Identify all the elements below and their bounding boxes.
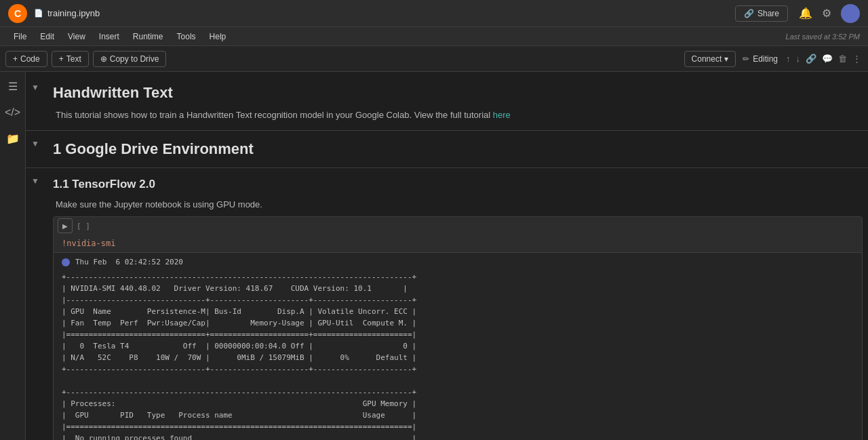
colab-logo: C xyxy=(8,4,27,23)
menu-runtime[interactable]: Runtime xyxy=(127,30,169,43)
cell-toolbar-actions: ↑ ↓ 🔗 💬 🗑 ⋮ xyxy=(785,52,863,65)
top-bar: C 📄 training.ipynb 🔗 Share 🔔 ⚙ xyxy=(0,0,868,27)
connect-chevron-icon: ▾ xyxy=(724,54,728,64)
nvidia-smi-timestamp-line: Thu Feb 6 02:42:52 2020 xyxy=(62,257,854,268)
toolbar-left: + Code + Text ⊕ Copy to Drive xyxy=(5,51,166,67)
output-spinner-1 xyxy=(62,258,70,266)
run-nvidia-smi-button[interactable]: ▶ xyxy=(58,218,73,233)
gpu-mode-text-cell: Make sure the Jupyter notebook is using … xyxy=(47,195,868,214)
editing-badge: ✏ Editing xyxy=(743,54,778,64)
sidebar-files-icon[interactable]: 📁 xyxy=(3,129,22,148)
editing-label: Editing xyxy=(753,54,778,64)
main-layout: ☰ </> 📁 ▼ Handwritten Text This tutorial… xyxy=(0,72,868,440)
nvidia-smi-code[interactable]: !nvidia-smi xyxy=(54,235,862,252)
plus-icon: + xyxy=(13,54,18,64)
section-tensorflow: ▼ 1.1 TensorFlow 2.0 Make sure the Jupyt… xyxy=(26,171,868,441)
menu-bar: File Edit View Insert Runtime Tools Help… xyxy=(0,27,868,46)
section-handwritten-title: Handwritten Text xyxy=(53,84,173,102)
move-down-icon[interactable]: ↓ xyxy=(795,52,802,65)
user-avatar[interactable] xyxy=(841,4,860,23)
file-icon: 📄 xyxy=(34,9,43,18)
collapse-tf-icon[interactable]: ▼ xyxy=(31,176,39,186)
more-cell-icon[interactable]: ⋮ xyxy=(851,52,863,65)
here-link[interactable]: here xyxy=(493,110,511,120)
section-gdrive-title: 1 Google Drive Environment xyxy=(53,140,254,158)
divider-2 xyxy=(26,167,868,168)
nvidia-smi-text: +---------------------------------------… xyxy=(62,268,854,441)
menu-insert[interactable]: Insert xyxy=(94,30,125,43)
notebook-content[interactable]: ▼ Handwritten Text This tutorial shows h… xyxy=(26,72,868,440)
add-text-button[interactable]: + Text xyxy=(52,51,89,67)
section-tf-title: 1.1 TensorFlow 2.0 xyxy=(53,178,155,191)
nvidia-smi-cell-wrapper: ▶ [ ] !nvidia-smi Thu Feb 6 02:42:52 202… xyxy=(47,216,868,440)
section-handwritten-heading: Handwritten Text xyxy=(47,80,868,106)
menu-file[interactable]: File xyxy=(8,30,32,43)
handwritten-description: This tutorial shows how to train a Handw… xyxy=(56,110,493,120)
notifications-icon[interactable]: 🔔 xyxy=(799,7,812,20)
handwritten-text-cell: This tutorial shows how to train a Handw… xyxy=(47,106,868,125)
move-up-icon[interactable]: ↑ xyxy=(785,52,792,65)
section-handwritten-text: ▼ Handwritten Text This tutorial shows h… xyxy=(26,77,868,127)
collapse-handwritten-icon[interactable]: ▼ xyxy=(31,83,39,92)
section-tf-heading: 1.1 TensorFlow 2.0 xyxy=(47,174,868,195)
connect-button[interactable]: Connect ▾ xyxy=(684,51,736,67)
menu-help[interactable]: Help xyxy=(204,30,232,43)
nvidia-smi-output: Thu Feb 6 02:42:52 2020 +---------------… xyxy=(54,252,862,440)
share-label: Share xyxy=(757,9,779,18)
nvidia-smi-cell-header: ▶ [ ] xyxy=(54,217,862,235)
menu-edit[interactable]: Edit xyxy=(35,30,60,43)
section-gdrive-heading: 1 Google Drive Environment xyxy=(47,136,868,162)
pencil-icon: ✏ xyxy=(743,54,749,64)
copy-icon: ⊕ xyxy=(100,54,107,64)
section-google-drive: ▼ 1 Google Drive Environment xyxy=(26,134,868,165)
delete-cell-icon[interactable]: 🗑 xyxy=(837,52,848,65)
text-plus-icon: + xyxy=(59,54,64,64)
add-code-button[interactable]: + Code xyxy=(5,51,47,67)
gpu-mode-description: Make sure the Jupyter notebook is using … xyxy=(56,199,262,209)
sidebar-menu-icon[interactable]: ☰ xyxy=(5,77,20,96)
divider-1 xyxy=(26,130,868,131)
notebook-name: training.ipynb xyxy=(47,8,100,18)
run-indicator-nvidia-smi: [ ] xyxy=(77,222,90,231)
share-link-icon: 🔗 xyxy=(744,9,754,18)
nvidia-smi-cell: ▶ [ ] !nvidia-smi Thu Feb 6 02:42:52 202… xyxy=(53,216,863,440)
share-button[interactable]: 🔗 Share xyxy=(735,5,788,22)
text-label: Text xyxy=(66,54,81,64)
link-cell-icon[interactable]: 🔗 xyxy=(804,52,818,65)
comment-cell-icon[interactable]: 💬 xyxy=(821,52,834,65)
nvidia-smi-timestamp: Thu Feb 6 02:42:52 2020 xyxy=(75,257,183,268)
sidebar-code-icon[interactable]: </> xyxy=(2,104,23,121)
connect-label: Connect xyxy=(692,54,722,64)
menu-tools[interactable]: Tools xyxy=(172,30,201,43)
toolbar-right: Connect ▾ ✏ Editing ↑ ↓ 🔗 💬 🗑 ⋮ xyxy=(684,51,863,67)
top-bar-right: 🔗 Share 🔔 ⚙ xyxy=(735,4,860,23)
notebook-title: 📄 training.ipynb xyxy=(34,8,100,18)
code-label: Code xyxy=(20,54,40,64)
notebook-cells: ▼ Handwritten Text This tutorial shows h… xyxy=(26,72,868,440)
left-sidebar-icons: ☰ </> 📁 xyxy=(0,72,26,440)
copy-to-drive-button[interactable]: ⊕ Copy to Drive xyxy=(93,51,167,67)
last-saved: Last saved at 3:52 PM xyxy=(786,33,860,41)
toolbar: + Code + Text ⊕ Copy to Drive Connect ▾ … xyxy=(0,46,868,72)
settings-icon[interactable]: ⚙ xyxy=(822,7,831,20)
top-icons: 🔔 ⚙ xyxy=(799,4,860,23)
collapse-gdrive-icon[interactable]: ▼ xyxy=(31,139,39,148)
copy-label: Copy to Drive xyxy=(110,54,159,64)
menu-view[interactable]: View xyxy=(62,30,91,43)
